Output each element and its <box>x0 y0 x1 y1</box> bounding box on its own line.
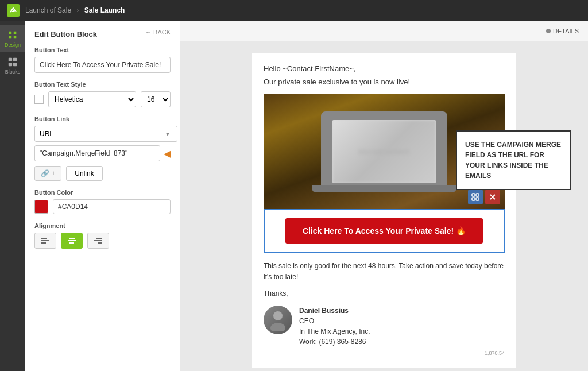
laptop-screen: blurred content <box>332 120 436 183</box>
sig-name: Daniel Bussius <box>299 306 370 316</box>
details-button[interactable]: DETAILS <box>546 28 579 34</box>
details-label: DETAILS <box>553 28 579 34</box>
svg-rect-17 <box>472 198 475 200</box>
image-edit-button[interactable] <box>468 190 483 204</box>
color-input[interactable] <box>53 199 171 214</box>
svg-rect-15 <box>472 194 475 196</box>
color-swatch[interactable] <box>34 200 48 214</box>
bold-checkbox[interactable] <box>34 95 44 104</box>
button-text-label: Button Text <box>34 47 171 53</box>
svg-rect-8 <box>68 240 76 241</box>
signature-details: Daniel Bussius CEO In The Mix Agency, In… <box>299 306 370 347</box>
dimension-label: 1,870.54 <box>264 350 505 356</box>
icon-sidebar: Design Blocks <box>0 21 25 371</box>
svg-rect-6 <box>41 242 46 244</box>
svg-point-20 <box>270 323 285 331</box>
breadcrumb: Launch of Sale › Sale Launch <box>25 6 125 14</box>
email-greeting: Hello ~Contact.FirstName~, <box>264 64 505 73</box>
top-bar: Launch of Sale › Sale Launch <box>0 0 588 21</box>
sig-company: In The Mix Agency, Inc. <box>299 326 370 337</box>
link-type-row: URL Email Phone ▼ <box>34 126 171 142</box>
callout-box: USE THE CAMPAIGN MERGE FIELD AS THE URL … <box>456 130 571 190</box>
breadcrumb-current: Sale Launch <box>84 6 125 14</box>
svg-rect-0 <box>9 58 12 61</box>
svg-rect-3 <box>13 63 17 66</box>
unlink-button[interactable]: Unlink <box>66 166 102 181</box>
email-footer: This sale is only good for the next 48 h… <box>264 261 505 347</box>
merge-field-row: ◀ <box>34 145 171 161</box>
details-dot-icon <box>546 29 551 33</box>
laptop-base <box>312 185 456 192</box>
breadcrumb-sep: › <box>76 6 79 14</box>
button-text-style-label: Button Text Style <box>34 81 171 88</box>
image-delete-button[interactable] <box>485 190 500 204</box>
image-toolbar <box>468 190 500 204</box>
font-select[interactable]: Helvetica Arial Georgia <box>48 91 136 107</box>
cta-button[interactable]: Click Here To Access Your Private Sale! … <box>285 218 483 244</box>
main-layout: Design Blocks Edit Button Block ← BACK B… <box>0 21 588 371</box>
cta-button-container: Click Here To Access Your Private Sale! … <box>264 209 505 253</box>
merge-field-input[interactable] <box>34 145 160 161</box>
svg-rect-7 <box>69 238 75 239</box>
sig-title: CEO <box>299 316 370 326</box>
email-intro: Our private sale exclusive to you is now… <box>264 78 505 86</box>
sig-phone: Work: (619) 365-8286 <box>299 337 370 347</box>
breadcrumb-parent[interactable]: Launch of Sale <box>25 6 71 14</box>
sidebar-item-design[interactable]: Design <box>0 25 25 52</box>
email-preview: Hello ~Contact.FirstName~, Our private s… <box>252 53 516 368</box>
svg-rect-5 <box>41 240 49 241</box>
svg-rect-1 <box>13 58 17 61</box>
style-row: Helvetica Arial Georgia 16 12 14 18 20 <box>34 91 171 107</box>
button-link-label: Button Link <box>34 115 171 122</box>
footer-text: This sale is only good for the next 48 h… <box>264 261 505 283</box>
alignment-row <box>34 233 171 249</box>
content-area: USE THE CAMPAIGN MERGE FIELD AS THE URL … <box>180 41 588 371</box>
cta-button-text: Click Here To Access Your Private Sale! … <box>303 226 466 235</box>
callout-text: USE THE CAMPAIGN MERGE FIELD AS THE URL … <box>465 141 561 180</box>
back-button[interactable]: ← BACK <box>145 29 171 36</box>
svg-rect-18 <box>476 198 479 200</box>
font-size-select[interactable]: 16 12 14 18 20 <box>141 91 171 107</box>
svg-rect-11 <box>94 240 102 241</box>
svg-rect-16 <box>476 194 479 196</box>
left-panel: Edit Button Block ← BACK Button Text But… <box>25 21 180 371</box>
svg-point-19 <box>273 311 283 320</box>
align-left-button[interactable] <box>34 233 56 249</box>
add-link-button[interactable]: 🔗 + <box>34 166 61 181</box>
alignment-label: Alignment <box>34 222 171 229</box>
logo-icon <box>7 4 20 17</box>
thanks-text: Thanks, <box>264 288 505 299</box>
panel-header: Edit Button Block ← BACK <box>34 30 171 38</box>
sidebar-item-blocks[interactable]: Blocks <box>0 52 25 79</box>
align-right-button[interactable] <box>87 233 109 249</box>
button-color-label: Button Color <box>34 189 171 196</box>
button-text-input[interactable] <box>34 57 171 73</box>
laptop-body: blurred content <box>321 111 447 192</box>
sidebar-design-label: Design <box>5 42 21 48</box>
avatar <box>264 306 292 334</box>
svg-rect-2 <box>9 63 12 66</box>
link-type-select[interactable]: URL Email Phone <box>34 126 177 142</box>
orange-arrow-icon: ◀ <box>164 148 171 159</box>
link-buttons-row: 🔗 + Unlink <box>34 166 171 181</box>
screen-content: blurred content <box>332 120 436 183</box>
sidebar-blocks-label: Blocks <box>5 69 21 75</box>
color-row <box>34 199 171 214</box>
svg-rect-12 <box>98 242 102 244</box>
svg-rect-9 <box>69 242 74 244</box>
align-center-button[interactable] <box>61 233 83 249</box>
signature: Daniel Bussius CEO In The Mix Agency, In… <box>264 306 505 347</box>
right-header: DETAILS <box>180 21 588 41</box>
svg-rect-4 <box>41 238 47 239</box>
right-area: DETAILS USE THE CAMPAIGN MERGE FIELD AS … <box>180 21 588 371</box>
panel-title: Edit Button Block <box>34 30 97 38</box>
svg-rect-10 <box>96 238 102 239</box>
